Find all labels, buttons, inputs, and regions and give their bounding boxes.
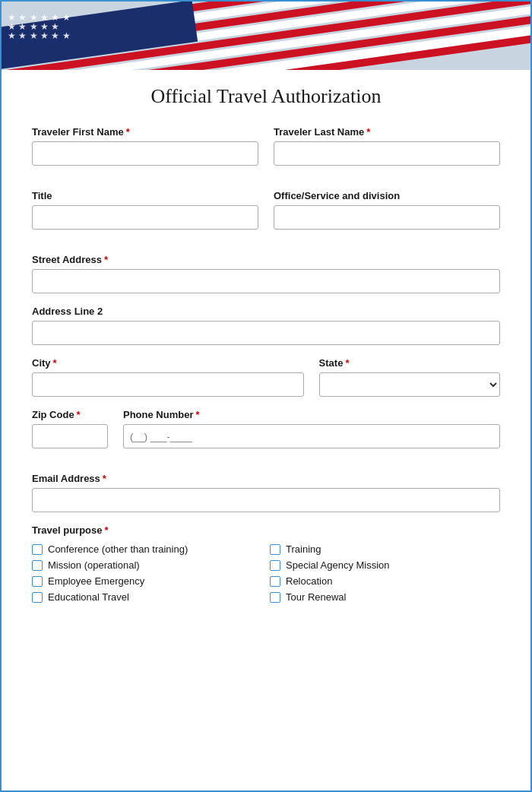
city-label: City* (32, 357, 304, 369)
checkbox-relocation: Relocation (270, 575, 500, 587)
mission-label: Mission (operational) (48, 559, 140, 571)
checkbox-educational-travel: Educational Travel (32, 591, 262, 603)
employee-emergency-label: Employee Emergency (48, 575, 144, 587)
svg-text:★ ★ ★ ★ ★ ★: ★ ★ ★ ★ ★ ★ (8, 30, 71, 41)
city-group: City* (32, 357, 304, 397)
educational-travel-label: Educational Travel (48, 591, 129, 603)
zip-phone-row: Zip Code* Phone Number* (32, 409, 500, 461)
office-input[interactable] (274, 205, 500, 230)
checkbox-tour-renewal: Tour Renewal (270, 591, 500, 603)
travel-purpose-section: Travel purpose* Conference (other than t… (32, 524, 500, 603)
title-group: Title (32, 190, 258, 230)
title-input[interactable] (32, 205, 258, 230)
checkbox-conference: Conference (other than training) (32, 543, 262, 555)
office-group: Office/Service and division (274, 190, 500, 230)
name-row: Traveler First Name* Traveler Last Name* (32, 126, 500, 178)
page-wrapper: ★ ★ ★ ★ ★ ★ ★ ★ ★ ★ ★ ★ ★ ★ ★ ★ ★ Offici… (0, 0, 532, 792)
first-name-group: Traveler First Name* (32, 126, 258, 166)
relocation-checkbox[interactable] (270, 576, 280, 587)
phone-input[interactable] (123, 424, 500, 448)
hero-image: ★ ★ ★ ★ ★ ★ ★ ★ ★ ★ ★ ★ ★ ★ ★ ★ ★ (2, 2, 530, 70)
last-name-input[interactable] (274, 141, 500, 166)
special-agency-checkbox[interactable] (270, 560, 280, 571)
email-group: Email Address* (32, 473, 500, 512)
street-input[interactable] (32, 269, 500, 293)
last-name-label: Traveler Last Name* (274, 126, 500, 138)
relocation-label: Relocation (286, 575, 332, 587)
travel-purpose-grid: Conference (other than training) Trainin… (32, 543, 500, 603)
tour-renewal-label: Tour Renewal (286, 591, 347, 603)
conference-checkbox[interactable] (32, 544, 43, 555)
address2-input[interactable] (32, 321, 500, 345)
checkbox-mission: Mission (operational) (32, 559, 262, 571)
email-label: Email Address* (32, 473, 500, 484)
conference-label: Conference (other than training) (48, 543, 188, 555)
email-input[interactable] (32, 488, 500, 512)
checkbox-special-agency: Special Agency Mission (270, 559, 500, 571)
checkbox-training: Training (270, 543, 500, 555)
training-label: Training (286, 543, 321, 555)
title-office-row: Title Office/Service and division (32, 190, 500, 242)
address2-label: Address Line 2 (32, 306, 500, 317)
form-title: Official Travel Authorization (32, 85, 500, 108)
employee-emergency-checkbox[interactable] (32, 576, 43, 587)
zip-label: Zip Code* (32, 409, 108, 420)
title-label: Title (32, 190, 258, 201)
state-group: State* ALAKAZAR CACOCTDE FLGAHIID ILINIA… (319, 357, 500, 397)
tour-renewal-checkbox[interactable] (270, 592, 280, 603)
special-agency-label: Special Agency Mission (286, 559, 390, 571)
training-checkbox[interactable] (270, 544, 280, 555)
office-label: Office/Service and division (274, 190, 500, 201)
travel-purpose-label: Travel purpose* (32, 524, 500, 536)
mission-checkbox[interactable] (32, 560, 43, 571)
street-label: Street Address* (32, 254, 500, 265)
last-name-group: Traveler Last Name* (274, 126, 500, 166)
zip-group: Zip Code* (32, 409, 108, 448)
phone-label: Phone Number* (123, 409, 500, 420)
form-container: Official Travel Authorization Traveler F… (2, 70, 530, 626)
city-input[interactable] (32, 372, 304, 397)
zip-input[interactable] (32, 424, 108, 448)
first-name-input[interactable] (32, 141, 258, 166)
address2-group: Address Line 2 (32, 306, 500, 345)
city-state-row: City* State* ALAKAZAR CACOCTDE FLGAHIID … (32, 357, 500, 409)
street-group: Street Address* (32, 254, 500, 293)
first-name-label: Traveler First Name* (32, 126, 258, 138)
phone-group: Phone Number* (123, 409, 500, 448)
state-select[interactable]: ALAKAZAR CACOCTDE FLGAHIID ILINIAKS KYLA… (319, 372, 500, 397)
educational-travel-checkbox[interactable] (32, 592, 43, 603)
state-label: State* (319, 357, 500, 369)
checkbox-employee-emergency: Employee Emergency (32, 575, 262, 587)
